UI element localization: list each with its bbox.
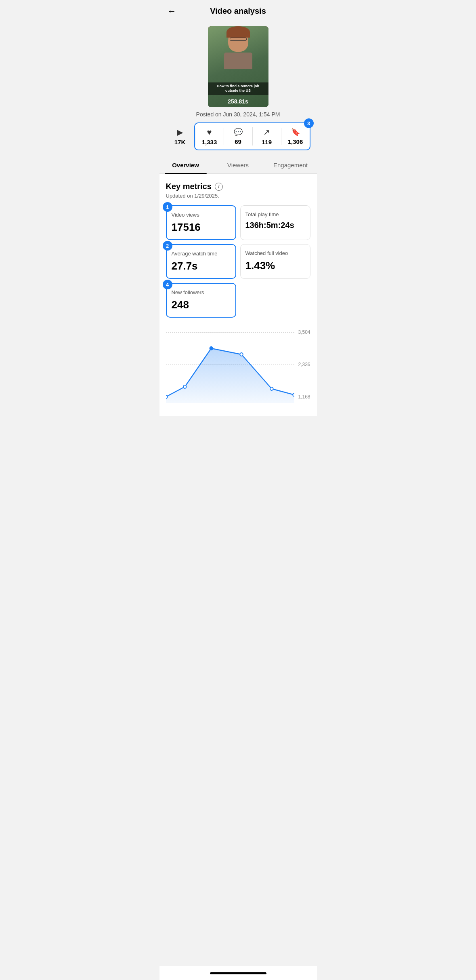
video-posted-date: Posted on Jun 30, 2024, 1:54 PM [196,111,280,118]
tab-engagement[interactable]: Engagement [264,157,317,173]
tab-viewers[interactable]: Viewers [212,157,264,173]
total-play-card: Total play time 136h:5m:24s [240,205,310,240]
new-followers-card: 4 New followers 248 [166,283,236,318]
svg-point-1 [166,395,168,398]
metrics-grid: 1 Video views 17516 Total play time 136h… [166,205,310,318]
badge-1: 1 [163,202,172,212]
watched-full-card: Watched full video 1.43% [240,244,310,279]
badge-2: 2 [163,241,172,251]
thumbnail-bg: How to find a remote job outside the US … [208,26,268,107]
updated-text: Updated on 1/29/2025. [166,193,310,199]
video-duration: 258.81s [208,98,268,105]
info-icon[interactable]: i [215,183,223,191]
main-content: Key metrics i Updated on 1/29/2025. 1 Vi… [159,174,317,416]
likes-stat: ♥ 1,333 [195,128,224,145]
comments-stat: 💬 69 [224,128,252,145]
video-overlay-text: How to find a remote job outside the US [208,82,268,95]
tab-overview[interactable]: Overview [159,157,212,173]
bookmarks-value: 1,306 [288,138,303,145]
chart-label-1: 3,504 [298,329,310,335]
svg-point-3 [209,346,213,350]
badge-4: 4 [163,280,172,289]
page-header: ← Video analysis [159,0,317,22]
new-followers-label: New followers [172,289,231,295]
likes-value: 1,333 [202,139,217,145]
video-views-label: Video views [172,212,231,218]
new-followers-value: 248 [172,299,231,311]
watched-full-label: Watched full video [245,250,305,256]
back-button[interactable]: ← [168,6,176,17]
total-play-value: 136h:5m:24s [245,221,305,230]
views-stat: ▶ 17K [166,127,194,145]
video-views-card: 1 Video views 17516 [166,205,236,240]
avg-watch-value: 27.7s [172,260,231,272]
views-value: 17K [174,139,186,145]
svg-point-5 [270,387,273,390]
shares-stat: ↗ 119 [252,127,281,145]
svg-point-4 [240,353,243,356]
video-thumbnail[interactable]: How to find a remote job outside the US … [208,26,268,107]
comments-icon: 💬 [234,128,243,137]
stats-box: ♥ 1,333 💬 69 ↗ 119 🔖 1,306 [194,122,310,150]
svg-marker-0 [166,348,294,403]
avg-watch-label: Average watch time [172,251,231,257]
likes-icon: ♥ [207,128,212,137]
total-play-label: Total play time [245,211,305,217]
chart-label-2: 2,336 [298,362,310,367]
chart-label-3: 1,168 [298,394,310,400]
badge-3: 3 [304,118,314,128]
avg-watch-card: 2 Average watch time 27.7s [166,244,236,279]
chart-area: 3,504 2,336 1,168 [166,324,310,405]
svg-point-6 [293,393,294,396]
bookmarks-stat: 🔖 1,306 [281,128,310,145]
shares-icon: ↗ [263,127,270,137]
svg-point-2 [183,385,186,388]
play-icon: ▶ [177,127,183,137]
tab-bar: Overview Viewers Engagement [159,157,317,174]
stats-container: ▶ 17K 3 ♥ 1,333 💬 69 ↗ 119 🔖 1,306 [166,122,310,150]
bookmarks-icon: 🔖 [291,128,300,137]
key-metrics-title: Key metrics [166,182,212,191]
page-title: Video analysis [210,6,266,16]
comments-value: 69 [235,138,241,145]
key-metrics-header: Key metrics i [166,182,310,191]
video-views-value: 17516 [172,221,231,234]
watched-full-value: 1.43% [245,259,305,272]
shares-value: 119 [262,139,272,145]
chart-svg [166,324,294,405]
video-section: How to find a remote job outside the US … [159,22,317,118]
